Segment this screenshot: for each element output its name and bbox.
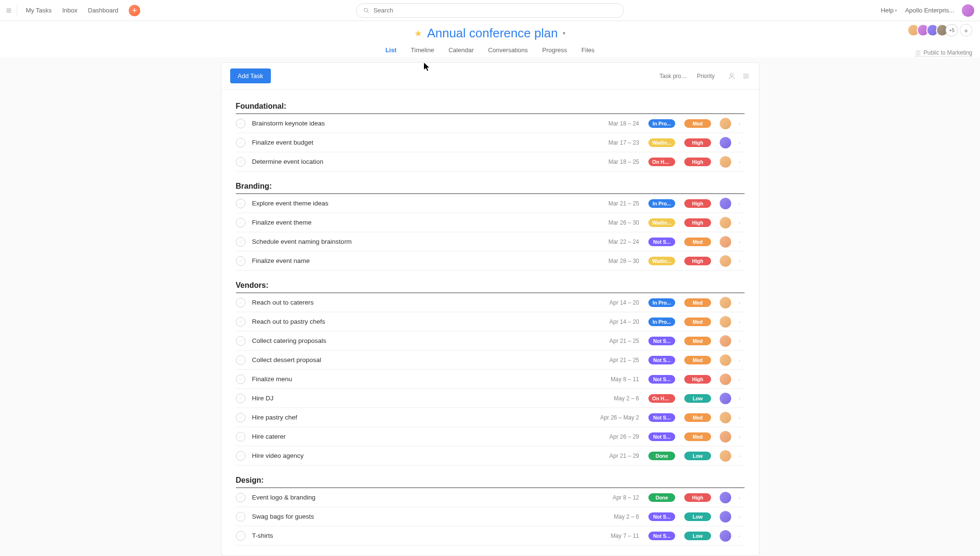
chevron-right-icon[interactable]: › (739, 396, 745, 401)
priority-pill[interactable]: Med (684, 318, 711, 326)
progress-pill[interactable]: Done (648, 493, 675, 502)
task-row[interactable]: Reach out to caterersApr 14 – 20In Pro..… (236, 293, 745, 312)
complete-checkbox[interactable] (236, 531, 245, 541)
complete-checkbox[interactable] (236, 237, 245, 247)
quick-add-button[interactable]: + (129, 5, 140, 16)
section-header[interactable]: Vendors: (236, 274, 745, 293)
task-row[interactable]: Explore event theme ideasMar 21 – 25In P… (236, 194, 745, 213)
progress-pill[interactable]: Waitin... (648, 138, 675, 147)
complete-checkbox[interactable] (236, 199, 245, 208)
nav-dashboard[interactable]: Dashboard (88, 7, 119, 14)
priority-pill[interactable]: High (684, 375, 711, 384)
field-priority[interactable]: Priority (697, 73, 714, 79)
progress-pill[interactable]: In Pro... (648, 199, 675, 208)
assignee-avatar[interactable] (720, 450, 731, 462)
task-row[interactable]: Hire pastry chefApr 26 – May 2Not S...Me… (236, 408, 745, 427)
assignee-avatar[interactable] (720, 156, 731, 168)
task-row[interactable]: Collect catering proposalsApr 21 – 25Not… (236, 331, 745, 351)
complete-checkbox[interactable] (236, 256, 245, 266)
progress-pill[interactable]: Waitin... (648, 257, 675, 265)
project-title[interactable]: Annual conference plan (427, 26, 557, 41)
nav-my-tasks[interactable]: My Tasks (26, 7, 52, 14)
priority-pill[interactable]: High (684, 158, 711, 166)
progress-pill[interactable]: Not S... (648, 532, 675, 540)
progress-pill[interactable]: Not S... (648, 238, 675, 246)
assignee-avatar[interactable] (720, 374, 731, 385)
priority-pill[interactable]: Low (684, 532, 711, 540)
priority-pill[interactable]: High (684, 257, 711, 265)
chevron-right-icon[interactable]: › (739, 258, 745, 264)
project-privacy[interactable]: Public to Marketing (915, 49, 972, 57)
chevron-right-icon[interactable]: › (739, 121, 745, 126)
progress-pill[interactable]: In Pro... (648, 298, 675, 307)
complete-checkbox[interactable] (236, 451, 245, 461)
priority-pill[interactable]: Low (684, 512, 711, 521)
org-switcher[interactable]: Apollo Enterpris... (905, 7, 954, 14)
complete-checkbox[interactable] (236, 218, 245, 227)
tab-timeline[interactable]: Timeline (410, 44, 435, 58)
priority-pill[interactable]: Med (684, 356, 711, 364)
chevron-right-icon[interactable]: › (739, 434, 745, 440)
priority-pill[interactable]: Med (684, 337, 711, 345)
nav-inbox[interactable]: Inbox (62, 7, 78, 14)
complete-checkbox[interactable] (236, 355, 245, 365)
progress-pill[interactable]: Not S... (648, 432, 675, 441)
progress-pill[interactable]: Waitin... (648, 218, 675, 227)
chevron-right-icon[interactable]: › (739, 415, 745, 420)
progress-pill[interactable]: Not S... (648, 512, 675, 521)
chevron-right-icon[interactable]: › (739, 319, 745, 325)
task-row[interactable]: Swag bags for guestsMay 2 – 6Not S...Low… (236, 507, 745, 526)
tab-progress[interactable]: Progress (541, 44, 568, 58)
assignee-avatar[interactable] (720, 431, 731, 443)
complete-checkbox[interactable] (236, 413, 245, 422)
chevron-right-icon[interactable]: › (739, 533, 745, 539)
chevron-right-icon[interactable]: › (739, 201, 745, 206)
task-row[interactable]: Finalize event budgetMar 17 – 23Waitin..… (236, 133, 745, 152)
complete-checkbox[interactable] (236, 157, 245, 167)
assignee-avatar[interactable] (720, 412, 731, 423)
priority-pill[interactable]: High (684, 199, 711, 208)
progress-pill[interactable]: Not S... (648, 356, 675, 364)
priority-pill[interactable]: High (684, 138, 711, 147)
assignee-avatar[interactable] (720, 297, 731, 308)
chevron-right-icon[interactable]: › (739, 338, 745, 344)
section-header[interactable]: Design: (236, 469, 745, 488)
task-row[interactable]: Collect dessert proposalApr 21 – 25Not S… (236, 351, 745, 370)
task-row[interactable]: Finalize menuMay 8 – 11Not S...High› (236, 370, 745, 389)
member-overflow-count[interactable]: +5 (946, 24, 958, 36)
field-task-progress[interactable]: Task progre... (659, 73, 690, 79)
chevron-right-icon[interactable]: › (739, 376, 745, 382)
assignee-avatar[interactable] (720, 236, 731, 248)
chevron-down-icon[interactable]: ▾ (563, 30, 566, 36)
assignee-avatar[interactable] (720, 118, 731, 129)
task-row[interactable]: Brainstorm keynote ideasMar 18 – 24In Pr… (236, 114, 745, 133)
add-member-button[interactable]: + (960, 24, 972, 36)
task-row[interactable]: Finalize event themeMar 26 – 30Waitin...… (236, 213, 745, 232)
tab-files[interactable]: Files (580, 44, 595, 58)
complete-checkbox[interactable] (236, 298, 245, 307)
priority-pill[interactable]: High (684, 218, 711, 227)
add-task-button[interactable]: Add Task (230, 68, 271, 83)
chevron-right-icon[interactable]: › (739, 453, 745, 459)
assignee-avatar[interactable] (720, 335, 731, 347)
progress-pill[interactable]: Not S... (648, 413, 675, 422)
assignee-avatar[interactable] (720, 492, 731, 503)
complete-checkbox[interactable] (236, 512, 245, 522)
current-user-avatar[interactable] (962, 4, 974, 17)
progress-pill[interactable]: On Ho... (648, 158, 675, 166)
priority-pill[interactable]: Med (684, 413, 711, 422)
progress-pill[interactable]: Done (648, 452, 675, 460)
chevron-right-icon[interactable]: › (739, 514, 745, 520)
complete-checkbox[interactable] (236, 336, 245, 346)
help-menu[interactable]: Help ▾ (881, 7, 898, 14)
filter-settings-icon[interactable] (742, 72, 750, 80)
complete-checkbox[interactable] (236, 432, 245, 442)
task-row[interactable]: Schedule event naming brainstormMar 22 –… (236, 232, 745, 251)
assignee-avatar[interactable] (720, 255, 731, 267)
section-header[interactable]: Foundational: (236, 95, 745, 114)
task-row[interactable]: Hire catererApr 26 – 29Not S...Med› (236, 427, 745, 446)
assignee-avatar[interactable] (720, 530, 731, 542)
chevron-right-icon[interactable]: › (739, 357, 745, 363)
task-row[interactable]: T-shirtsMay 7 – 11Not S...Low› (236, 526, 745, 545)
complete-checkbox[interactable] (236, 138, 245, 148)
